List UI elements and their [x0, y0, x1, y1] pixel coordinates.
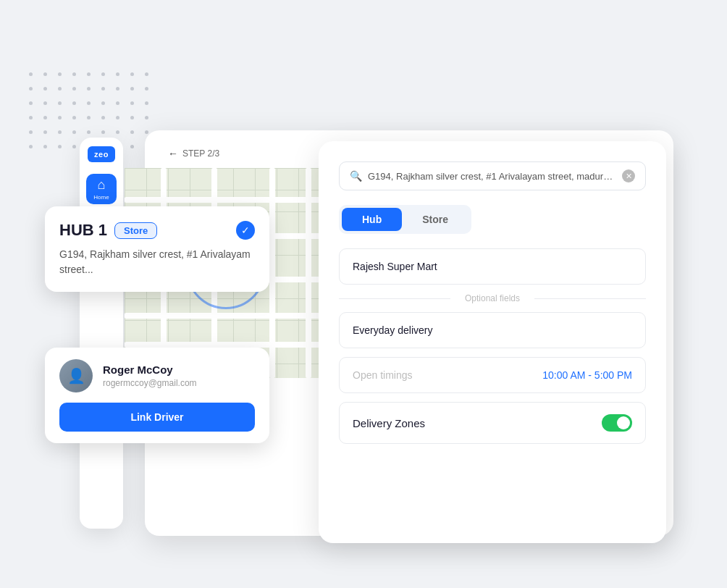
back-arrow-icon: ← — [168, 148, 178, 159]
sidebar-item-home[interactable]: ⌂ Home — [86, 174, 117, 204]
sidebar-panel: zeo ⌂ Home ☰ Feed 📍 Store — [80, 138, 123, 529]
driver-card: 👤 Roger McCoy rogermccoy@gmail.com Link … — [45, 348, 269, 443]
optional-fields-divider: Optional fields — [339, 293, 646, 303]
search-bar[interactable]: 🔍 G194, Rajkham silver crest, #1 Arivala… — [339, 161, 646, 190]
timings-label: Open timings — [353, 369, 412, 381]
hub-card-header: HUB 1 Store ✓ — [59, 221, 255, 240]
driver-info: 👤 Roger McCoy rogermccoy@gmail.com — [59, 359, 255, 392]
divider-line-right — [534, 298, 646, 299]
hub-store-toggle: Hub Store — [339, 205, 471, 234]
driver-name: Roger McCoy — [103, 364, 197, 376]
search-clear-button[interactable]: ✕ — [622, 169, 635, 182]
driver-avatar-image: 👤 — [59, 359, 93, 392]
home-icon: ⌂ — [98, 177, 106, 193]
hub-toggle-button[interactable]: Hub — [342, 208, 402, 231]
timings-value: 10:00 AM - 5:00 PM — [542, 369, 632, 381]
app-logo: zeo — [88, 146, 115, 162]
open-timings-row[interactable]: Open timings 10:00 AM - 5:00 PM — [339, 357, 646, 393]
description-field[interactable]: Everyday delivery — [339, 312, 646, 348]
hub-title: HUB 1 — [59, 221, 107, 240]
delivery-zones-label: Delivery Zones — [353, 417, 425, 429]
link-driver-button[interactable]: Link Driver — [59, 403, 255, 432]
store-name-field[interactable]: Rajesh Super Mart — [339, 248, 646, 285]
hub-check-icon: ✓ — [236, 221, 255, 240]
hub-card: HUB 1 Store ✓ G194, Rajkham silver crest… — [45, 206, 269, 292]
divider-line-left — [339, 298, 450, 299]
form-panel: 🔍 G194, Rajkham silver crest, #1 Arivala… — [319, 141, 666, 543]
hub-badge: Store — [114, 222, 157, 239]
optional-label: Optional fields — [459, 293, 526, 303]
driver-email: rogermccoy@gmail.com — [103, 378, 197, 388]
search-icon: 🔍 — [350, 170, 362, 182]
delivery-zones-row: Delivery Zones — [339, 402, 646, 444]
driver-details: Roger McCoy rogermccoy@gmail.com — [103, 364, 197, 388]
search-text: G194, Rajkham silver crest, #1 Arivalaya… — [368, 171, 616, 182]
delivery-zones-toggle[interactable] — [602, 414, 632, 432]
hub-address: G194, Rajkham silver crest, #1 Arivalaya… — [59, 247, 255, 277]
driver-avatar: 👤 — [59, 359, 93, 392]
store-toggle-button[interactable]: Store — [402, 208, 468, 231]
